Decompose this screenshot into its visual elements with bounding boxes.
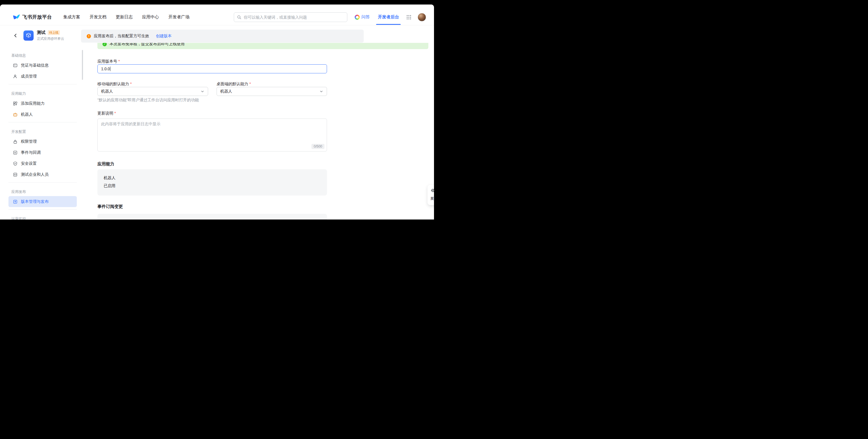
- capability-name: 机器人: [104, 175, 321, 180]
- sidebar-section-capabilities: 应用能力 添加应用能力 机器人: [8, 85, 77, 123]
- lock-icon: [13, 139, 18, 144]
- sidebar-section-title: 开发配置: [8, 128, 77, 136]
- create-version-link[interactable]: 创建版本: [156, 34, 172, 39]
- sidebar-item-version-release[interactable]: 版本管理与发布: [8, 196, 77, 207]
- sidebar-item-members[interactable]: 成员管理: [8, 71, 77, 82]
- double-chevron-left-icon: [430, 188, 434, 193]
- app-meta: 测试 待上线 正式应用@环界云: [37, 30, 64, 41]
- user-avatar[interactable]: [417, 13, 426, 22]
- sidebar-item-label: 安全设置: [21, 161, 37, 166]
- shield-check-icon: [13, 161, 18, 166]
- app-icon: [24, 31, 34, 41]
- global-search-box[interactable]: [234, 12, 347, 22]
- cube-icon: [26, 33, 31, 38]
- grid-plus-icon: [13, 101, 18, 106]
- mobile-capability-select[interactable]: 机器人: [97, 87, 208, 96]
- sidebar-item-test-enterprise[interactable]: 测试企业和人员: [8, 169, 77, 180]
- release-notes-textarea-wrap: 0/500: [97, 119, 327, 151]
- publish-alert-bar: ! 应用发布后，当前配置方可生效 创建版本: [81, 30, 364, 43]
- header-right-cluster: 问答 开发者后台: [355, 13, 426, 22]
- search-input[interactable]: [244, 15, 344, 20]
- app-subtitle: 正式应用@环界云: [37, 36, 64, 41]
- nav-changelog[interactable]: 更新日志: [116, 14, 133, 20]
- sidebar-section-title: 基础信息: [8, 52, 77, 60]
- top-navigation-bar: 飞书开放平台 集成方案 开发文档 更新日志 应用中心 开发者广场 问答: [0, 4, 434, 25]
- chevron-down-icon: [319, 90, 323, 93]
- expand-drawer-button[interactable]: 展开: [428, 185, 434, 205]
- sidebar-item-label: 事件与回调: [21, 150, 41, 155]
- sidebar-item-permissions[interactable]: 权限管理: [8, 136, 77, 147]
- events-section-heading: 事件订阅变更: [97, 204, 123, 209]
- sidebar-item-label: 成员管理: [21, 74, 37, 79]
- app-launcher-button[interactable]: [406, 15, 411, 20]
- sidebar-section-release: 应用发布 版本管理与发布: [8, 182, 77, 210]
- version-value: 1.0.0: [101, 67, 110, 71]
- screen: 飞书开放平台 集成方案 开发文档 更新日志 应用中心 开发者广场 问答: [0, 0, 434, 220]
- brand[interactable]: 飞书开放平台: [13, 14, 52, 20]
- feishu-logo-icon: [13, 14, 20, 20]
- desktop-capability-label: 桌面端的默认能力*: [217, 81, 251, 87]
- sidebar-section-monitoring: 运营监控: [8, 210, 77, 220]
- sidebar-item-label: 添加应用能力: [21, 101, 44, 106]
- sidebar-section-title: 运营监控: [8, 215, 77, 220]
- alert-message: 应用发布后，当前配置方可生效: [94, 34, 149, 39]
- chevron-down-icon: [200, 90, 205, 93]
- active-tab-underline: [376, 24, 401, 25]
- mobile-capability-value: 机器人: [101, 89, 113, 94]
- sidebar-section-title: 应用发布: [8, 188, 77, 196]
- version-label: 应用版本号*: [97, 59, 120, 64]
- sidebar-item-label: 权限管理: [21, 139, 37, 144]
- box-arrow-icon: [13, 150, 18, 155]
- sidebar-item-label: 凭证与基础信息: [21, 63, 49, 68]
- required-asterisk: *: [118, 59, 120, 64]
- events-summary-box: [97, 214, 327, 220]
- sidebar-item-credentials[interactable]: 凭证与基础信息: [8, 60, 77, 71]
- code-brackets-icon: [13, 172, 18, 177]
- developer-console-label: 开发者后台: [378, 14, 399, 19]
- qa-label: 问答: [362, 14, 370, 20]
- sidebar-scrollbar[interactable]: [82, 50, 83, 80]
- id-card-icon: [13, 63, 18, 68]
- sidebar-item-add-capability[interactable]: 添加应用能力: [8, 98, 77, 109]
- sidebar-item-robot[interactable]: 机器人: [8, 109, 77, 120]
- sidebar-item-events-callbacks[interactable]: 事件与回调: [8, 147, 77, 158]
- text-cursor: [110, 67, 111, 71]
- release-notes-textarea[interactable]: [98, 119, 327, 151]
- developer-console-tab[interactable]: 开发者后台: [378, 14, 399, 20]
- app-context-bar: 测试 待上线 正式应用@环界云 ! 应用发布后，当前配置方可生效 创建版本: [0, 25, 434, 43]
- sidebar-section-dev-config: 开发配置 权限管理 事件与回调: [8, 123, 77, 182]
- version-input[interactable]: 1.0.0: [97, 64, 327, 73]
- nav-integration[interactable]: 集成方案: [63, 14, 80, 20]
- capability-section-heading: 应用能力: [97, 161, 114, 167]
- person-icon: [13, 74, 18, 79]
- box-arrow-up-icon: [13, 199, 18, 204]
- sidebar-section-basic: 基础信息 凭证与基础信息 成员管理: [8, 52, 77, 85]
- expand-label: 展开: [430, 196, 434, 201]
- back-button[interactable]: [13, 33, 18, 38]
- chevron-left-icon: [13, 33, 18, 38]
- browser-window: 飞书开放平台 集成方案 开发文档 更新日志 应用中心 开发者广场 问答: [0, 4, 434, 220]
- brand-title: 飞书开放平台: [22, 14, 52, 20]
- qa-link[interactable]: 问答: [355, 14, 370, 20]
- required-asterisk: *: [249, 81, 251, 86]
- sidebar-item-label: 机器人: [21, 112, 33, 117]
- warning-icon: !: [87, 34, 91, 38]
- nav-dev-plaza[interactable]: 开发者广场: [168, 14, 189, 20]
- capability-status: 已启用: [104, 183, 321, 189]
- required-asterisk: *: [130, 81, 132, 86]
- required-asterisk: *: [114, 111, 116, 115]
- char-counter: 0/500: [311, 144, 324, 149]
- sidebar-item-security[interactable]: 安全设置: [8, 158, 77, 169]
- desktop-capability-select[interactable]: 机器人: [217, 87, 327, 96]
- search-icon: [237, 15, 241, 20]
- status-badge: 待上线: [48, 30, 60, 35]
- release-notes-label: 更新说明*: [97, 111, 116, 116]
- nav-docs[interactable]: 开发文档: [90, 14, 106, 20]
- sidebar-item-label: 版本管理与发布: [21, 199, 49, 204]
- app-name: 测试: [37, 30, 45, 35]
- grid-icon: [406, 15, 411, 20]
- qa-ring-icon: [355, 15, 360, 20]
- nav-app-center[interactable]: 应用中心: [142, 14, 159, 20]
- default-capability-hint: “默认的应用功能”即用户通过工作台访问应用时打开的功能: [97, 98, 199, 103]
- capability-summary-box: 机器人 已启用: [97, 169, 327, 196]
